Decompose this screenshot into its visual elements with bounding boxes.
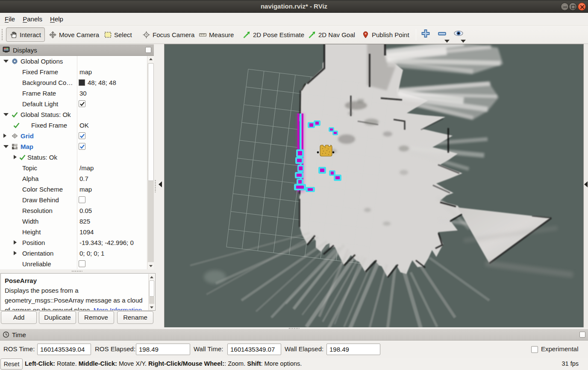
duplicate-display-button[interactable]: Duplicate bbox=[39, 311, 76, 324]
property-checkbox[interactable] bbox=[79, 132, 85, 139]
property-value[interactable]: -19.343; -42.996; 0 bbox=[79, 237, 134, 248]
experimental-checkbox[interactable] bbox=[531, 346, 538, 353]
property-value[interactable]: 48; 48; 48 bbox=[88, 77, 116, 88]
tree-row-global-status-ok[interactable]: Global Status: Ok bbox=[0, 109, 147, 120]
time-panel-header[interactable]: Time bbox=[0, 329, 588, 341]
tool-visibility-button[interactable] bbox=[453, 29, 464, 40]
tool-focus-camera[interactable]: Focus Camera bbox=[139, 27, 198, 42]
property-label: Global Status: Ok bbox=[21, 109, 71, 120]
close-button[interactable] bbox=[578, 3, 586, 11]
check-icon bbox=[11, 111, 18, 118]
tree-row-height[interactable]: Height1094 bbox=[0, 227, 147, 237]
property-checkbox[interactable] bbox=[79, 260, 85, 267]
time-field-input[interactable]: 1601435349.04 bbox=[37, 344, 91, 355]
minimize-button[interactable] bbox=[561, 3, 569, 11]
collapsed-arrow-icon[interactable] bbox=[14, 251, 17, 255]
add-display-button[interactable]: Add bbox=[1, 311, 37, 324]
tool-2d-pose-estimate[interactable]: 2D Pose Estimate bbox=[240, 27, 308, 42]
property-value[interactable]: map bbox=[79, 67, 92, 77]
collapse-left-arrow-icon[interactable] bbox=[159, 181, 162, 187]
menu-help[interactable]: Help bbox=[46, 13, 67, 25]
reset-button[interactable]: Reset bbox=[0, 358, 23, 370]
displays-panel-title: Displays bbox=[13, 47, 143, 54]
minimize-icon bbox=[561, 3, 569, 11]
property-value[interactable]: /map bbox=[79, 163, 94, 173]
tool-move-camera[interactable]: Move Camera bbox=[46, 27, 103, 42]
property-value[interactable]: 825 bbox=[79, 216, 90, 227]
remove-tool-dropdown-arrow[interactable] bbox=[444, 40, 450, 43]
tree-row-unreliable[interactable]: Unreliable bbox=[0, 259, 147, 269]
tree-scroll-up-button[interactable] bbox=[147, 56, 154, 63]
panel-view-splitter[interactable] bbox=[154, 44, 164, 328]
map-icon bbox=[11, 143, 18, 150]
tree-row-fixed-frame[interactable]: Fixed Framemap bbox=[0, 67, 147, 77]
property-value[interactable]: 0.05 bbox=[79, 205, 92, 216]
displays-panel-header[interactable]: Displays bbox=[0, 44, 154, 56]
tool-select[interactable]: Select bbox=[101, 27, 135, 42]
tree-row-frame-rate[interactable]: Frame Rate30 bbox=[0, 88, 147, 99]
tree-row-default-light[interactable]: Default Light bbox=[0, 99, 147, 109]
tool-publish-point[interactable]: Publish Point bbox=[359, 27, 413, 42]
maximize-button[interactable] bbox=[569, 3, 577, 11]
tree-row-global-options[interactable]: Global Options bbox=[0, 56, 147, 67]
property-value[interactable]: map bbox=[79, 184, 92, 195]
panel-splitter-horizontal[interactable] bbox=[0, 269, 154, 273]
visibility-dropdown-arrow[interactable] bbox=[461, 40, 466, 43]
time-field-input[interactable]: 1601435349.07 bbox=[227, 344, 281, 355]
menu-file[interactable]: File bbox=[1, 13, 19, 25]
tree-row-grid[interactable]: Grid bbox=[0, 131, 147, 141]
remove-tool-button[interactable] bbox=[437, 29, 448, 40]
collapse-right-arrow-icon[interactable] bbox=[584, 181, 588, 187]
property-checkbox[interactable] bbox=[79, 196, 85, 203]
title-bar[interactable]: navigation.rviz* - RViz bbox=[0, 0, 588, 13]
rename-display-button[interactable]: Rename bbox=[117, 311, 153, 324]
tree-column-divider[interactable] bbox=[77, 56, 77, 269]
tree-row-fixed-frame[interactable]: Fixed FrameOK bbox=[0, 120, 147, 131]
property-value[interactable]: 0; 0; 0; 1 bbox=[79, 248, 104, 259]
property-checkbox[interactable] bbox=[79, 143, 85, 150]
tree-row-status-ok[interactable]: Status: Ok bbox=[0, 152, 147, 163]
tree-row-width[interactable]: Width825 bbox=[0, 216, 147, 227]
select-box-icon bbox=[104, 31, 112, 38]
displays-float-button[interactable] bbox=[145, 47, 151, 53]
expanded-arrow-icon[interactable] bbox=[3, 113, 9, 116]
property-value[interactable]: OK bbox=[79, 120, 89, 131]
collapsed-arrow-icon[interactable] bbox=[3, 134, 6, 138]
time-field-input[interactable]: 198.49 bbox=[136, 344, 190, 355]
tree-row-background-co-[interactable]: Background Co…48; 48; 48 bbox=[0, 77, 147, 88]
property-value[interactable]: 0.7 bbox=[79, 173, 88, 184]
expanded-arrow-icon[interactable] bbox=[3, 145, 9, 148]
property-checkbox[interactable] bbox=[79, 100, 85, 107]
tree-row-color-scheme[interactable]: Color Schememap bbox=[0, 184, 147, 195]
tree-row-orientation[interactable]: Orientation0; 0; 0; 1 bbox=[0, 248, 147, 259]
tree-row-map[interactable]: Map bbox=[0, 141, 147, 152]
clock-icon bbox=[3, 331, 9, 338]
collapsed-arrow-icon[interactable] bbox=[14, 155, 17, 159]
tree-row-topic[interactable]: Topic/map bbox=[0, 163, 147, 173]
tree-row-alpha[interactable]: Alpha0.7 bbox=[0, 173, 147, 184]
more-information-link[interactable]: More Information. bbox=[94, 306, 144, 311]
expanded-arrow-icon[interactable] bbox=[3, 60, 9, 63]
tree-scroll-down-button[interactable] bbox=[147, 262, 154, 269]
time-float-button[interactable] bbox=[579, 332, 585, 338]
status-hint-text: Left-Click: Rotate. Middle-Click: Move X… bbox=[25, 358, 302, 370]
tool-measure[interactable]: Measure bbox=[196, 27, 237, 42]
toolbar-drag-handle[interactable] bbox=[1, 29, 3, 41]
property-label: Status: Ok bbox=[27, 152, 57, 163]
remove-display-button[interactable]: Remove bbox=[78, 311, 114, 324]
add-tool-button[interactable] bbox=[420, 29, 431, 40]
time-field-input[interactable]: 198.49 bbox=[326, 344, 380, 355]
collapsed-arrow-icon[interactable] bbox=[14, 240, 17, 245]
color-swatch[interactable] bbox=[79, 79, 85, 86]
tool-2d-nav-goal[interactable]: 2D Nav Goal bbox=[305, 27, 359, 42]
property-value[interactable]: 1094 bbox=[79, 227, 94, 237]
tree-scrollbar[interactable] bbox=[147, 56, 154, 269]
tree-row-position[interactable]: Position-19.343; -42.996; 0 bbox=[0, 237, 147, 248]
tool-interact[interactable]: Interact bbox=[6, 27, 45, 42]
property-value[interactable]: 30 bbox=[79, 88, 87, 99]
tree-row-draw-behind[interactable]: Draw Behind bbox=[0, 195, 147, 205]
tree-scrollbar-thumb[interactable] bbox=[148, 63, 154, 181]
tree-row-resolution[interactable]: Resolution0.05 bbox=[0, 205, 147, 216]
menu-panels[interactable]: Panels bbox=[19, 13, 46, 25]
render-viewport[interactable] bbox=[164, 44, 584, 327]
